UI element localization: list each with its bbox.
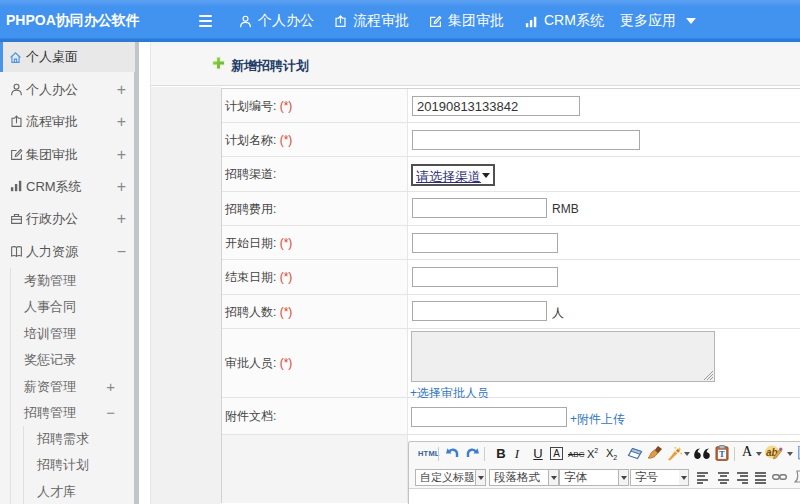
svg-text:T: T bbox=[719, 450, 725, 459]
